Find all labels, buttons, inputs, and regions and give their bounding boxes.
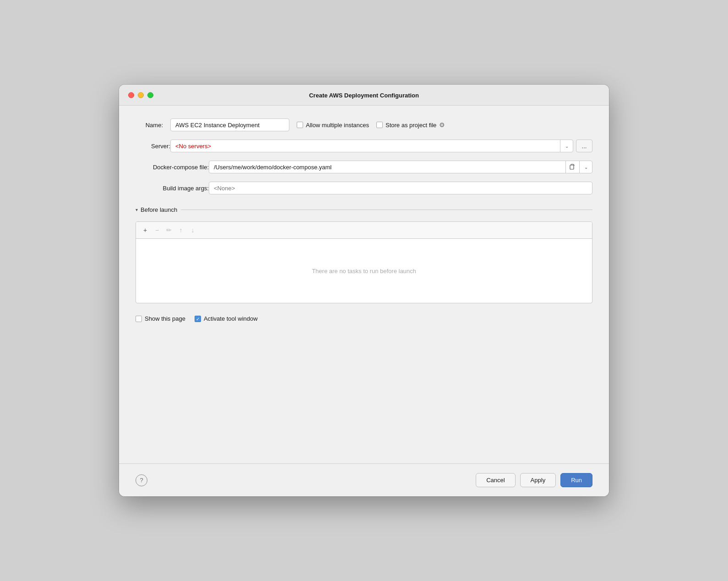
server-select-container[interactable]: <No servers> ⌄ — [170, 140, 573, 152]
docker-dropdown-arrow[interactable]: ⌄ — [579, 161, 592, 173]
dialog-footer: ? Cancel Apply Run — [119, 463, 609, 496]
show-page-checkbox[interactable] — [136, 316, 142, 322]
activate-tool-checkbox[interactable] — [195, 316, 201, 322]
server-row: Server: <No servers> ⌄ ... — [136, 140, 592, 152]
remove-task-button[interactable]: − — [152, 225, 163, 236]
footer-buttons: Cancel Apply Run — [476, 473, 592, 487]
store-project-group: Store as project file ⚙ — [376, 121, 445, 129]
run-button[interactable]: Run — [560, 473, 592, 487]
activate-tool-group: Activate tool window — [195, 315, 258, 322]
build-label: Build image args: — [136, 185, 209, 192]
before-launch-empty-text: There are no tasks to run before launch — [312, 268, 416, 274]
docker-row: Docker-compose file: /Users/me/work/demo… — [136, 161, 592, 173]
maximize-button[interactable] — [147, 92, 153, 98]
move-task-down-button[interactable]: ↓ — [187, 225, 198, 236]
panel-toolbar: + − ✏ ↑ ↓ — [136, 222, 592, 239]
store-project-label[interactable]: Store as project file — [386, 122, 436, 129]
activate-tool-label[interactable]: Activate tool window — [204, 315, 258, 322]
gear-icon[interactable]: ⚙ — [439, 121, 445, 129]
allow-multiple-group: Allow multiple instances — [297, 122, 369, 129]
bottom-checkboxes: Show this page Activate tool window — [136, 315, 592, 322]
cancel-button[interactable]: Cancel — [476, 473, 515, 487]
help-button[interactable]: ? — [136, 474, 147, 486]
traffic-lights — [128, 92, 153, 98]
apply-button[interactable]: Apply — [520, 473, 556, 487]
name-input[interactable] — [170, 118, 289, 131]
title-bar: Create AWS Deployment Configuration — [119, 85, 609, 106]
docker-file-browse-button[interactable] — [565, 161, 579, 173]
move-task-up-button[interactable]: ↑ — [175, 225, 186, 236]
server-ellipsis-button[interactable]: ... — [576, 140, 592, 152]
allow-multiple-checkbox[interactable] — [297, 122, 303, 128]
docker-file-path: /Users/me/work/demo/docker-compose.yaml — [209, 161, 565, 173]
show-page-label[interactable]: Show this page — [145, 315, 185, 322]
dialog-content: Name: Allow multiple instances Store as … — [119, 106, 609, 463]
docker-input-container: /Users/me/work/demo/docker-compose.yaml … — [209, 161, 592, 173]
docker-label: Docker-compose file: — [136, 164, 209, 171]
before-launch-empty-state: There are no tasks to run before launch — [136, 239, 592, 303]
svg-rect-0 — [570, 165, 574, 169]
dialog-window: Create AWS Deployment Configuration Name… — [119, 85, 609, 496]
before-launch-panel: + − ✏ ↑ ↓ There are no tasks to run befo… — [136, 221, 592, 303]
before-launch-toggle[interactable]: ▾ Before launch — [136, 206, 177, 213]
add-task-button[interactable]: + — [140, 225, 151, 236]
minimize-button[interactable] — [138, 92, 144, 98]
server-select-value: <No servers> — [171, 140, 560, 152]
edit-task-button[interactable]: ✏ — [163, 225, 174, 236]
name-label: Name: — [136, 122, 163, 129]
before-launch-section-header: ▾ Before launch — [136, 206, 592, 213]
chevron-down-icon: ▾ — [136, 207, 138, 212]
close-button[interactable] — [128, 92, 134, 98]
dialog-title: Create AWS Deployment Configuration — [309, 92, 419, 99]
server-dropdown-arrow[interactable]: ⌄ — [560, 140, 573, 152]
build-args-input[interactable] — [209, 182, 592, 194]
name-row: Name: Allow multiple instances Store as … — [136, 118, 592, 131]
server-label: Server: — [136, 143, 170, 150]
store-project-checkbox[interactable] — [376, 122, 383, 128]
show-page-group: Show this page — [136, 315, 185, 322]
allow-multiple-label[interactable]: Allow multiple instances — [306, 122, 369, 129]
build-row: Build image args: — [136, 182, 592, 194]
section-divider-line — [181, 210, 592, 210]
before-launch-label: Before launch — [141, 206, 177, 213]
